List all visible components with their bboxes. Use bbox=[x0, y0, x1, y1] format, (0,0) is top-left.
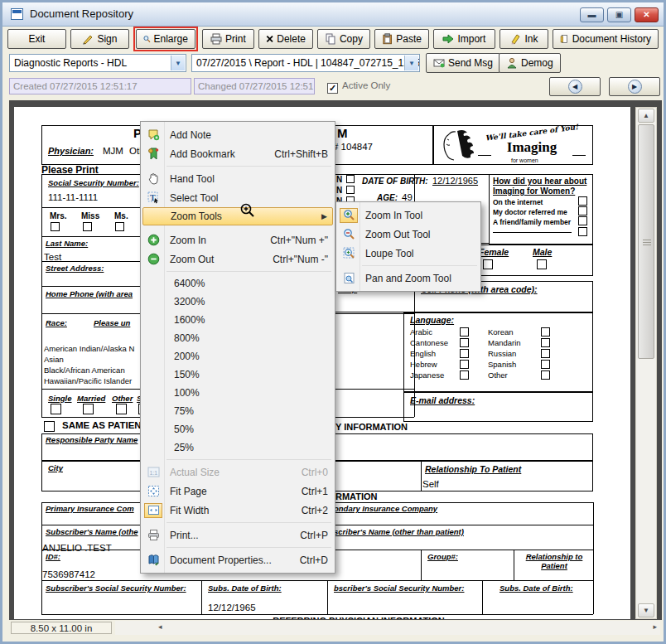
document-history-button[interactable]: Document History bbox=[553, 29, 659, 49]
menu-item-200[interactable]: 200% bbox=[141, 347, 335, 366]
vertical-scrollbar[interactable]: ▲ ▼ bbox=[635, 107, 657, 619]
menu-item-3200[interactable]: 3200% bbox=[141, 293, 335, 311]
menu-item-select-tool[interactable]: T Select Tool bbox=[141, 188, 335, 207]
miss-label: Miss bbox=[81, 211, 99, 220]
menu-separator bbox=[166, 271, 331, 272]
ms-label: Ms. bbox=[114, 211, 128, 220]
scroll-down-icon[interactable]: ▼ bbox=[638, 603, 654, 617]
paste-button[interactable]: Paste bbox=[374, 29, 429, 49]
menu-item-zoom-tools[interactable]: Zoom Tools ▶ bbox=[142, 207, 333, 225]
id-value: 7536987412 bbox=[42, 569, 95, 579]
last-name-label: Last Name: bbox=[46, 239, 88, 248]
add-note-icon bbox=[145, 128, 162, 142]
mrs-checkbox bbox=[51, 222, 60, 231]
menu-item-add-bookmark[interactable]: Add Bookmark Ctrl+Shift+B bbox=[141, 144, 335, 163]
n-label: N bbox=[336, 175, 342, 184]
envelope-icon bbox=[433, 57, 445, 69]
menu-item-6400[interactable]: 6400% bbox=[141, 274, 335, 293]
menu-separator bbox=[362, 265, 477, 266]
menu-item-add-note[interactable]: Add Note bbox=[141, 125, 335, 144]
form-line bbox=[201, 580, 202, 614]
sign-icon bbox=[82, 33, 94, 45]
copy-button[interactable]: Copy bbox=[317, 29, 370, 49]
scroll-up-icon[interactable]: ▲ bbox=[638, 109, 654, 123]
loupe-tool-icon bbox=[340, 247, 357, 260]
submenu-item-loupe-tool[interactable]: Loupe Tool bbox=[336, 244, 480, 263]
form-line bbox=[593, 502, 594, 614]
subscriber-name-label: Subscriber's Name (othe bbox=[46, 527, 138, 536]
language-option: Hebrew bbox=[410, 360, 437, 369]
n-label: N bbox=[336, 186, 342, 195]
clipboard-icon bbox=[382, 33, 393, 45]
language-label: Language: bbox=[410, 315, 454, 325]
menu-item-50[interactable]: 50% bbox=[141, 420, 335, 438]
horizontal-scrollbar[interactable]: ◂ ▸ bbox=[115, 621, 660, 635]
category-dropdown[interactable]: Diagnostic Reports - HDL ▼ bbox=[9, 54, 186, 72]
race-note: Please un bbox=[94, 318, 130, 327]
vertical-scroll-thumb[interactable] bbox=[638, 124, 654, 359]
minimize-button[interactable]: ▬ bbox=[580, 7, 604, 22]
exit-button[interactable]: Exit bbox=[7, 29, 66, 49]
delete-button[interactable]: Delete bbox=[258, 29, 313, 49]
close-button[interactable]: ✕ bbox=[635, 7, 659, 22]
language-checkbox bbox=[541, 349, 550, 358]
zoom-out-icon bbox=[145, 253, 162, 266]
previous-document-button[interactable]: ◀ bbox=[549, 77, 601, 96]
submenu-item-pan-and-zoom-tool[interactable]: Pan and Zoom Tool bbox=[336, 269, 480, 288]
menu-item-75[interactable]: 75% bbox=[141, 402, 335, 420]
race-option: Black/African American bbox=[44, 366, 125, 375]
pan-and-zoom-icon bbox=[340, 272, 357, 285]
secondary-insurance-fragment: ondary Insurance Company bbox=[334, 504, 437, 513]
menu-item-actual-size[interactable]: 1:1 Actual Size Ctrl+0 bbox=[141, 462, 335, 482]
hand-icon bbox=[145, 172, 162, 186]
maximize-button[interactable]: ▣ bbox=[607, 7, 631, 22]
print-button[interactable]: Print bbox=[202, 29, 254, 49]
female-label: Female bbox=[479, 247, 509, 257]
scroll-right-icon[interactable]: ▸ bbox=[653, 622, 657, 631]
menu-item-1600[interactable]: 1600% bbox=[141, 311, 335, 329]
status-bar: 8.50 x 11.00 in ◂ ▸ bbox=[9, 620, 662, 636]
menu-item-100[interactable]: 100% bbox=[141, 384, 335, 402]
chart-number: # 104847 bbox=[333, 142, 373, 152]
menu-item-print[interactable]: Print... Ctrl+P bbox=[141, 525, 335, 545]
logo-rule-left bbox=[478, 155, 491, 156]
form-line bbox=[327, 580, 328, 614]
fit-page-icon bbox=[145, 485, 162, 498]
active-only-checkbox[interactable]: ✓ bbox=[327, 80, 338, 94]
document-dropdown[interactable]: 07/27/2015 \ Report - HDL | 104847_07271… bbox=[191, 54, 420, 72]
male-checkbox bbox=[537, 259, 547, 269]
language-checkbox bbox=[541, 338, 550, 347]
printer-icon bbox=[210, 33, 222, 45]
logo-rule-right bbox=[572, 155, 586, 156]
sign-button[interactable]: Sign bbox=[70, 29, 129, 49]
menu-item-zoom-out[interactable]: Zoom Out Ctrl+"Num -" bbox=[141, 249, 335, 269]
menu-item-fit-page[interactable]: Fit Page Ctrl+1 bbox=[141, 482, 335, 501]
hear-option: A friend/family member bbox=[493, 218, 571, 226]
zoom-out-tool-icon bbox=[340, 228, 357, 241]
ink-button[interactable]: Ink bbox=[499, 29, 548, 49]
add-bookmark-icon bbox=[145, 148, 162, 161]
rel-to-patient-label: Relationship to Patient bbox=[519, 552, 589, 570]
menu-item-hand-tool[interactable]: Hand Tool bbox=[141, 169, 335, 188]
demog-button[interactable]: Demog bbox=[499, 53, 561, 73]
scroll-left-icon[interactable]: ◂ bbox=[158, 622, 162, 631]
submenu-item-zoom-in-tool[interactable]: Zoom In Tool bbox=[336, 206, 480, 225]
send-msg-button[interactable]: Send Msg bbox=[426, 53, 500, 73]
menu-item-800[interactable]: 800% bbox=[141, 329, 335, 347]
menu-item-zoom-in[interactable]: Zoom In Ctrl+"Num +" bbox=[141, 230, 335, 249]
marital-other: Other bbox=[112, 394, 133, 403]
enlarge-button[interactable]: Enlarge bbox=[136, 29, 195, 49]
submenu-item-zoom-out-tool[interactable]: Zoom Out Tool bbox=[336, 225, 480, 244]
menu-item-25[interactable]: 25% bbox=[141, 438, 335, 457]
menu-item-150[interactable]: 150% bbox=[141, 366, 335, 384]
right-arrow-icon: ▶ bbox=[628, 80, 642, 94]
language-option: Other bbox=[488, 370, 508, 380]
menu-item-document-properties[interactable]: Document Properties... Ctrl+D bbox=[141, 550, 335, 569]
next-document-button[interactable]: ▶ bbox=[609, 77, 660, 96]
married-checkbox bbox=[83, 404, 94, 414]
import-button[interactable]: Import bbox=[433, 29, 495, 49]
subscriber2-name-fragment: scriber's Name (other than patient) bbox=[334, 527, 464, 536]
form-line bbox=[514, 550, 514, 580]
language-checkbox bbox=[541, 360, 550, 369]
menu-item-fit-width[interactable]: Fit Width Ctrl+2 bbox=[141, 501, 335, 520]
